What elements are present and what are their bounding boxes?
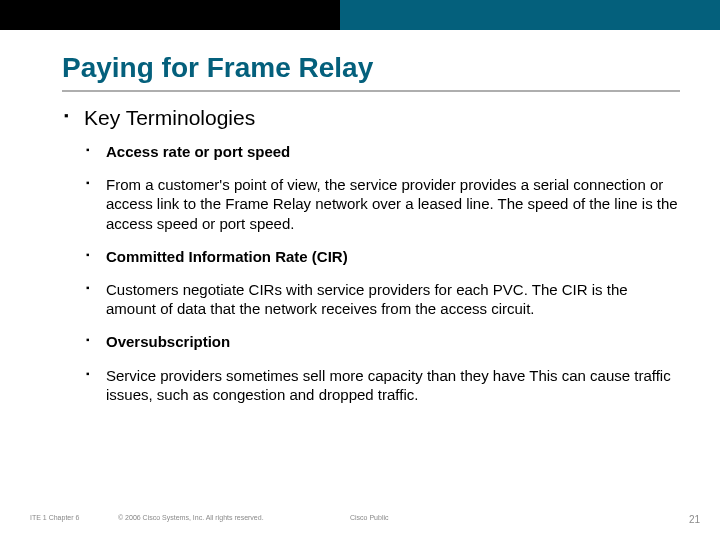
header-bar — [0, 0, 720, 30]
bullet-text: Access rate or port speed — [106, 143, 290, 160]
title-underline — [62, 90, 680, 92]
footer-left-2: © 2006 Cisco Systems, Inc. All rights re… — [118, 514, 264, 521]
bullet-text: Customers negotiate CIRs with service pr… — [106, 281, 628, 317]
bullet-text: Oversubscription — [106, 333, 230, 350]
subtitle-item: Key Terminologies Access rate or port sp… — [62, 106, 680, 404]
bullet-item: Committed Information Rate (CIR) — [84, 247, 680, 266]
bullet-item: Access rate or port speed — [84, 142, 680, 161]
bullet-text: From a customer's point of view, the ser… — [106, 176, 678, 231]
bullet-item: From a customer's point of view, the ser… — [84, 175, 680, 233]
content-area: Key Terminologies Access rate or port sp… — [62, 106, 680, 418]
bullet-item: Oversubscription — [84, 332, 680, 351]
footer-left-1: ITE 1 Chapter 6 — [30, 514, 79, 521]
bullet-text: Service providers sometimes sell more ca… — [106, 367, 671, 403]
footer: ITE 1 Chapter 6 © 2006 Cisco Systems, In… — [0, 514, 720, 528]
bullet-item: Customers negotiate CIRs with service pr… — [84, 280, 680, 318]
subtitle-text: Key Terminologies — [84, 106, 255, 129]
page-number: 21 — [689, 514, 700, 525]
header-bar-accent — [0, 0, 340, 30]
bullet-item: Service providers sometimes sell more ca… — [84, 366, 680, 404]
bullet-text: Committed Information Rate (CIR) — [106, 248, 348, 265]
slide-title: Paying for Frame Relay — [62, 52, 680, 84]
footer-left-3: Cisco Public — [350, 514, 389, 521]
